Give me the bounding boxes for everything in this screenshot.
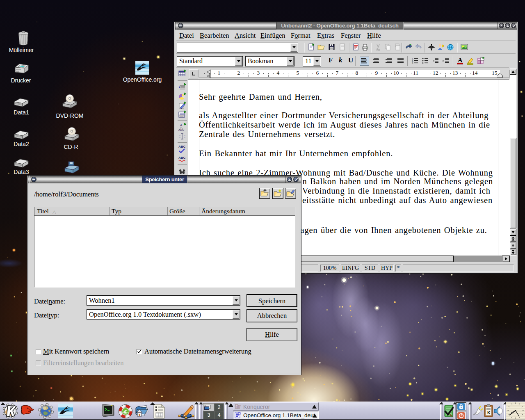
svg-text:ABC: ABC (178, 145, 186, 148)
svg-text:K: K (487, 410, 491, 415)
svg-text:ABC: ABC (178, 156, 186, 160)
svg-text:A: A (180, 123, 183, 127)
svg-text:ABC: ABC (178, 128, 184, 131)
svg-text:3.: 3. (412, 62, 413, 64)
